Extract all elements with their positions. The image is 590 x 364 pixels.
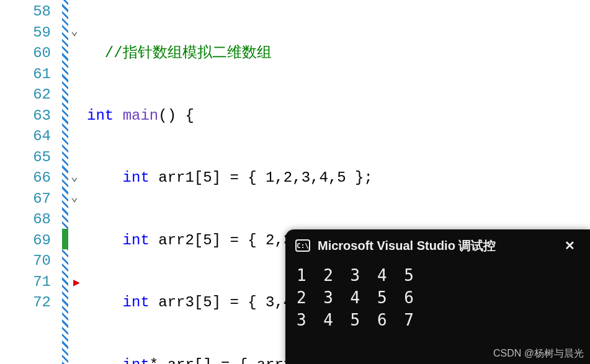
console-title: Microsoft Visual Studio 调试控 [318,237,496,254]
console-row: 3 4 5 6 7 [297,309,579,331]
line-number: 72 [0,292,51,313]
line-number: 58 [0,1,51,22]
line-number: 59 [0,22,51,43]
keyword: int [123,357,150,365]
line-number: 65 [0,147,51,168]
line-number: 61 [0,64,51,85]
chevron-down-icon[interactable]: ⌄ [71,23,78,38]
code-text: () { [158,107,194,124]
function-name: main [123,107,159,124]
watermark: CSDN @杨树与晨光 [493,347,584,360]
line-number: 66 [0,167,51,189]
console-row: 2 3 4 5 6 [297,286,579,309]
line-number: 71 [0,272,51,293]
console-titlebar[interactable]: C:\ Microsoft Visual Studio 调试控 ✕ [285,229,590,262]
line-number: 63 [0,105,51,127]
line-number: 68 [0,209,51,230]
console-icon: C:\ [295,239,310,252]
fold-column: ⌄ ⌄ ⌄ ▶ [68,0,87,364]
keyword: int [87,107,114,124]
breakpoint-icon[interactable]: ▶ [73,275,80,289]
comment-text: //指针数组模拟二维数组 [105,45,272,61]
console-row: 1 2 3 4 5 [297,264,579,286]
keyword: int [123,294,150,311]
line-number-gutter: 58 59 60 61 62 63 64 65 66 67 68 69 70 7… [0,0,62,364]
line-number: 70 [0,251,51,272]
line-number: 69 [0,230,51,251]
modified-marker [62,229,68,250]
close-icon[interactable]: ✕ [560,236,580,255]
line-number: 60 [0,43,51,64]
line-number: 64 [0,126,51,147]
line-number: 67 [0,189,51,210]
code-text: [5] = { 1,2,3,4,5 }; [194,169,373,186]
identifier: arr3 [158,294,194,311]
change-margin [62,0,68,364]
chevron-down-icon[interactable]: ⌄ [71,189,78,205]
debug-console-window[interactable]: C:\ Microsoft Visual Studio 调试控 ✕ 1 2 3 … [285,229,590,364]
console-output: 1 2 3 4 5 2 3 4 5 6 3 4 5 6 7 [285,262,590,334]
chevron-down-icon[interactable]: ⌄ [71,169,78,184]
keyword: int [123,232,150,249]
keyword: int [123,169,150,186]
line-number: 62 [0,84,51,105]
identifier: arr1 [158,169,194,186]
identifier: arr2 [158,232,194,249]
